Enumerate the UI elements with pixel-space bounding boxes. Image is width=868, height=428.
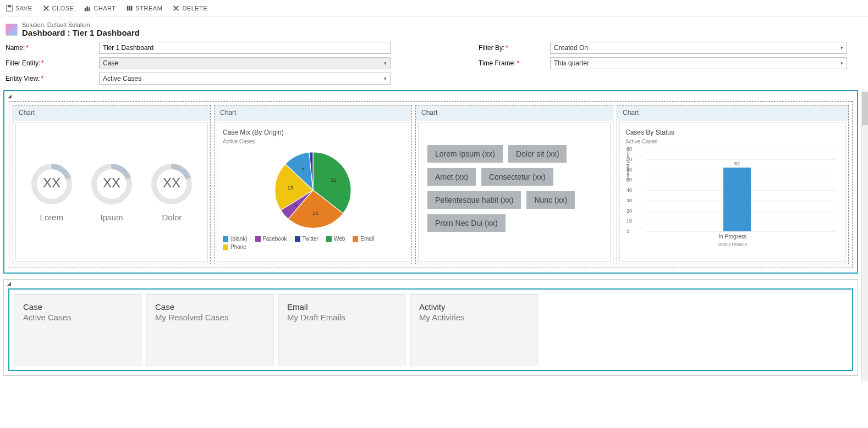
chart-panel-tags[interactable]: Chart Lorem Ipsum (xx)Dolor sit (xx)Amet… [415,105,613,264]
chevron-down-icon: ▾ [384,76,387,81]
card-title: Case [23,302,132,312]
svg-text:16: 16 [312,210,318,216]
svg-text:3: 3 [294,203,297,208]
y-tick-label: 0 [627,229,629,234]
tag-item[interactable]: Amet (xx) [427,168,476,186]
name-label: Name:* [6,44,99,52]
pie-chart: 221631371 [263,149,362,231]
legend-item: Web [326,236,345,242]
panel-header: Chart [215,105,411,120]
filter-by-value: Created On [554,44,588,52]
name-input[interactable] [99,42,391,54]
svg-rect-1 [8,5,10,8]
donut-label: Ipsum [101,213,123,222]
chart-panel-bar[interactable]: Chart Cases By Status Active Cases Count… [617,105,849,264]
save-label: SAVE [15,5,32,12]
filter-by-label: Filter By:* [479,44,550,52]
legend-item: Facebook [255,236,287,242]
page-title: Dashboard : Tier 1 Dashboard [22,28,140,37]
save-button[interactable]: SAVE [6,4,32,12]
legend-item: Email [353,236,374,242]
save-icon [6,4,13,12]
tag-item[interactable]: Lorem Ipsum (xx) [427,145,503,163]
y-tick-label: 30 [627,198,632,203]
entity-view-select[interactable]: Active Cases▾ [99,73,391,85]
chevron-down-icon: ▾ [840,60,843,66]
entity-view-label: Entity View:* [6,75,99,82]
y-tick-label: 40 [627,187,632,193]
chart-label: CHART [94,5,116,12]
stream-card[interactable]: EmailMy Draft Emails [278,294,405,365]
chart-legend: (blank)FacebookTwitterWebEmailPhone [223,236,403,250]
y-tick-label: 70 [627,157,632,162]
donut-gauge: XXIpsum [90,162,134,222]
svg-rect-4 [85,8,86,11]
collapse-handle-icon[interactable]: ◢ [8,93,12,99]
dashboard-section-charts[interactable]: ◢ Chart XXLoremXXIpsumXXDolor Chart Case… [3,90,858,274]
delete-button[interactable]: DELETE [172,4,207,12]
stream-card[interactable]: CaseMy Resolved Cases [146,294,273,365]
stream-card[interactable]: ActivityMy Activities [410,294,537,365]
card-title: Email [287,302,396,312]
y-tick-label: 10 [627,218,632,224]
stream-button[interactable]: STREAM [126,4,163,12]
delete-icon [172,4,180,12]
close-label: CLOSE [52,5,74,12]
stream-card[interactable]: CaseActive Cases [14,294,141,365]
delete-label: DELETE [182,5,207,12]
filter-entity-select[interactable]: Case▾ [99,57,391,69]
tag-item[interactable]: Nunc (xx) [526,191,575,209]
bar-chart: Count:All (Case) 0102030405060708062 [639,149,836,231]
chart-subtitle: Active Cases [223,138,403,144]
y-tick-label: 20 [627,208,632,214]
svg-text:7: 7 [301,167,304,173]
card-title: Case [155,302,264,312]
donut-gauge: XXLorem [30,162,74,222]
svg-text:XX: XX [163,175,180,190]
form-properties: Name:* Filter By:* Created On▾ Filter En… [0,40,868,90]
chart-title: Case Mix (By Origin) [223,129,403,136]
command-bar: SAVE CLOSE CHART STREAM DELETE [0,0,868,17]
svg-text:22: 22 [331,177,336,183]
bar [723,168,751,231]
panel-header: Chart [416,105,613,120]
donut-label: Dolor [162,213,182,222]
chart-panel-pie[interactable]: Chart Case Mix (By Origin) Active Cases … [214,105,412,264]
card-subtitle: My Resolved Cases [155,313,264,322]
chart-subtitle: Active Cases [625,138,840,144]
bar-value-label: 62 [734,161,740,166]
card-subtitle: My Draft Emails [287,313,396,322]
tag-item[interactable]: Consectetur (xx) [481,168,553,186]
entity-view-value: Active Cases [103,75,141,82]
chart-button[interactable]: CHART [84,4,116,12]
tag-item[interactable]: Pellentesque habit (xx) [427,191,521,209]
y-tick-label: 80 [627,146,632,152]
tag-item[interactable]: Proin Nec Dui (xx) [427,214,506,232]
filter-by-select[interactable]: Created On▾ [550,42,847,54]
tag-item[interactable]: Dolor sit (xx) [508,145,567,163]
time-frame-label: Time Frame:* [479,59,550,67]
stream-icon [126,4,134,12]
chart-panel-donuts[interactable]: Chart XXLoremXXIpsumXXDolor [13,105,211,264]
donut-gauge: XXDolor [150,162,194,222]
y-tick-label: 60 [627,167,632,173]
collapse-handle-icon[interactable]: ◢ [7,281,11,286]
chart-icon [84,4,91,12]
scrollbar-thumb[interactable] [862,92,868,125]
svg-rect-8 [129,6,130,11]
x-axis-label: Status Reason [625,242,840,247]
card-subtitle: My Activities [419,313,528,322]
panel-header: Chart [13,105,210,120]
svg-rect-6 [89,7,90,11]
card-title: Activity [419,302,528,312]
vertical-scrollbar[interactable] [861,90,868,381]
filter-entity-label: Filter Entity:* [6,59,99,67]
legend-item: (blank) [223,236,248,242]
legend-item: Phone [223,244,246,250]
filter-entity-value: Case [103,59,118,67]
time-frame-select[interactable]: This quarter▾ [550,57,847,69]
stream-row[interactable]: CaseActive CasesCaseMy Resolved CasesEma… [8,288,853,371]
y-tick-label: 50 [627,177,632,182]
close-button[interactable]: CLOSE [42,4,74,12]
svg-text:XX: XX [43,175,61,190]
